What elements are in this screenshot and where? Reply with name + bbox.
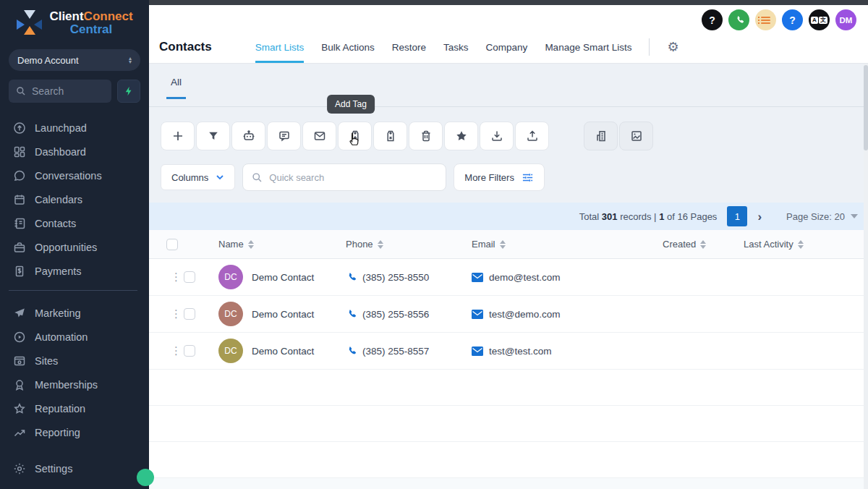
- smart-list-tab-all[interactable]: All: [166, 77, 186, 99]
- tab-company[interactable]: Company: [486, 31, 528, 63]
- contact-phone[interactable]: (385) 255-8557: [362, 346, 429, 357]
- help-support-button[interactable]: ?: [782, 9, 803, 30]
- plus-icon: [171, 129, 184, 143]
- sidebar-item-conversations[interactable]: Conversations: [13, 163, 149, 187]
- ribbon-icon: [13, 378, 26, 391]
- tab-manage-smart-lists[interactable]: Manage Smart Lists: [545, 31, 631, 63]
- column-header-phone[interactable]: Phone: [334, 239, 460, 250]
- select-all-checkbox[interactable]: [166, 239, 178, 250]
- contact-phone[interactable]: (385) 255-8556: [362, 309, 429, 320]
- contact-name[interactable]: Demo Contact: [252, 272, 314, 283]
- sidebar-item-reputation[interactable]: Reputation: [13, 396, 149, 420]
- delete-button[interactable]: [409, 122, 443, 150]
- tab-smart-lists[interactable]: Smart Lists: [255, 31, 305, 63]
- phone-icon: [734, 15, 744, 25]
- sort-icon[interactable]: [700, 240, 706, 249]
- contacts-header: ? ? A文 DM Contacts Smart Lists Bulk Acti…: [149, 5, 868, 64]
- page-size-selector[interactable]: Page Size: 20: [786, 211, 858, 222]
- nav-label: Automation: [35, 331, 88, 343]
- import-button[interactable]: [480, 122, 514, 150]
- caret-down-icon: [851, 214, 858, 218]
- next-page-button[interactable]: ›: [757, 211, 762, 223]
- column-header-email[interactable]: Email: [460, 239, 651, 250]
- add-contact-button[interactable]: [161, 122, 195, 150]
- contact-email[interactable]: test@demo.com: [489, 309, 561, 320]
- column-header-last-activity[interactable]: Last Activity: [732, 239, 868, 250]
- smart-list-settings-gear-icon[interactable]: ⚙: [667, 39, 678, 55]
- sidebar-item-marketing[interactable]: Marketing: [13, 301, 149, 325]
- sidebar-item-automation[interactable]: Automation: [13, 325, 149, 349]
- nav-label: Conversations: [35, 170, 102, 182]
- row-checkbox[interactable]: [184, 345, 195, 357]
- quick-actions-button[interactable]: [117, 80, 140, 103]
- envelope-icon: [472, 310, 483, 319]
- remove-tag-button[interactable]: [373, 122, 407, 150]
- contact-email[interactable]: test@test.com: [489, 346, 551, 357]
- sidebar-item-memberships[interactable]: Memberships: [13, 373, 149, 396]
- account-switcher[interactable]: Demo Account ▴▾: [9, 49, 140, 71]
- remove-tag-icon: [384, 129, 397, 143]
- columns-button[interactable]: Columns: [161, 164, 235, 190]
- main-area: ? ? A文 DM Contacts Smart Lists Bulk Acti…: [149, 0, 868, 489]
- column-header-created[interactable]: Created: [651, 239, 732, 250]
- search-icon: [16, 86, 26, 96]
- automation-bot-button[interactable]: [231, 122, 265, 150]
- sort-icon[interactable]: [798, 240, 804, 249]
- quick-search-box[interactable]: [242, 163, 446, 191]
- more-filters-button[interactable]: More Filters: [454, 163, 545, 191]
- sidebar-item-sites[interactable]: Sites: [13, 349, 149, 373]
- sort-icon[interactable]: [378, 240, 383, 249]
- contact-phone[interactable]: (385) 255-8550: [362, 272, 429, 283]
- send-sms-button[interactable]: [267, 122, 301, 150]
- tab-restore[interactable]: Restore: [392, 31, 426, 63]
- send-email-button[interactable]: [302, 122, 336, 150]
- chat-widget-button[interactable]: [137, 469, 154, 486]
- quick-search-input[interactable]: [269, 172, 437, 183]
- row-checkbox[interactable]: [184, 308, 195, 320]
- sidebar-search-input[interactable]: Search: [9, 80, 111, 103]
- sidebar-item-launchpad[interactable]: Launchpad: [13, 116, 149, 140]
- envelope-icon: [472, 273, 483, 282]
- sidebar-item-payments[interactable]: Payments: [13, 259, 149, 283]
- image-view-button[interactable]: [619, 122, 653, 150]
- sidebar-item-reporting[interactable]: Reporting: [13, 420, 149, 444]
- sidebar-item-settings[interactable]: Settings: [13, 456, 149, 480]
- star-button[interactable]: [444, 122, 478, 150]
- help-docs-button[interactable]: ?: [702, 9, 723, 30]
- nav-label: Reporting: [35, 427, 80, 438]
- tab-bulk-actions[interactable]: Bulk Actions: [321, 31, 375, 63]
- table-row: ⋮ DC Demo Contact (385) 255-8550 demo@te…: [149, 259, 868, 296]
- row-checkbox[interactable]: [184, 271, 195, 283]
- page-number-button[interactable]: 1: [727, 206, 747, 226]
- vertical-scrollbar[interactable]: [864, 64, 868, 489]
- sort-icon[interactable]: [248, 240, 254, 249]
- row-menu-kebab-icon[interactable]: ⋮: [171, 344, 178, 357]
- row-menu-kebab-icon[interactable]: ⋮: [171, 271, 178, 284]
- sidebar-item-dashboard[interactable]: Dashboard: [13, 140, 149, 163]
- column-header-name[interactable]: Name: [207, 239, 334, 250]
- row-menu-kebab-icon[interactable]: ⋮: [171, 307, 178, 320]
- scrollbar-thumb[interactable]: [864, 65, 868, 150]
- funnel-icon: [208, 130, 219, 142]
- user-avatar[interactable]: DM: [835, 9, 856, 30]
- sidebar-item-contacts[interactable]: Contacts: [13, 211, 149, 235]
- mouse-cursor: [346, 132, 362, 152]
- sort-icon[interactable]: [500, 240, 506, 249]
- contact-name[interactable]: Demo Contact: [252, 309, 314, 320]
- contact-avatar: DC: [218, 265, 243, 289]
- company-view-button[interactable]: [584, 122, 618, 150]
- envelope-icon: [472, 346, 483, 356]
- nav-label: Contacts: [35, 218, 76, 229]
- translate-button[interactable]: A文: [809, 9, 830, 30]
- chevron-down-icon: [216, 173, 224, 182]
- contact-name[interactable]: Demo Contact: [252, 346, 314, 357]
- nav-label: Marketing: [35, 307, 81, 319]
- sidebar-item-opportunities[interactable]: Opportunities: [13, 235, 149, 259]
- phone-dialer-button[interactable]: [728, 9, 749, 30]
- export-button[interactable]: [515, 122, 549, 150]
- tab-tasks[interactable]: Tasks: [443, 31, 469, 63]
- tasks-list-button[interactable]: [755, 9, 776, 30]
- sidebar-item-calendars[interactable]: Calendars: [13, 187, 149, 211]
- filter-button[interactable]: [196, 122, 230, 150]
- contact-email[interactable]: demo@test.com: [489, 272, 561, 283]
